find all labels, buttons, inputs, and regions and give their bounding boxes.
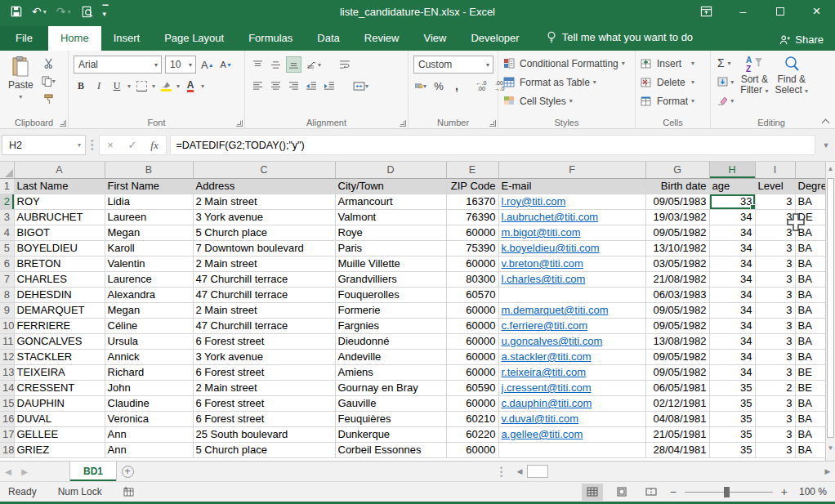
cell[interactable]: u.goncalves@titi.com <box>498 333 645 349</box>
cell[interactable]: BA <box>795 287 825 302</box>
cell[interactable]: BE <box>795 380 825 395</box>
header-cell[interactable]: Last Name <box>14 178 105 194</box>
cell[interactable]: BA <box>795 349 825 364</box>
cell[interactable]: Paris <box>335 240 446 256</box>
cell[interactable]: 3 <box>755 209 795 225</box>
bottom-align-icon[interactable] <box>286 56 301 73</box>
cell[interactable]: 7 Downtown boulevard <box>193 240 335 256</box>
selected-cell[interactable]: 33 <box>709 194 755 209</box>
cell[interactable]: Fouquerolles <box>335 287 446 302</box>
cell[interactable]: m.demarquet@titi.com <box>498 302 645 318</box>
cell[interactable]: Megan <box>105 302 193 318</box>
cell[interactable]: 09/05/1982 <box>645 318 709 333</box>
cell[interactable]: l.charles@titi.com <box>498 271 645 287</box>
select-all-corner[interactable] <box>0 162 14 178</box>
cell[interactable]: 21/05/1981 <box>645 426 709 442</box>
autosum-icon[interactable]: Σ ▾ <box>716 55 735 71</box>
cell[interactable]: 3 <box>755 442 795 457</box>
cell[interactable]: 09/05/1982 <box>645 349 709 364</box>
cell[interactable]: r.teixeira@titi.com <box>498 364 645 380</box>
number-format-combo[interactable]: Custom▾ <box>413 56 493 74</box>
format-as-table-button[interactable]: Format as Table▾ <box>503 74 625 91</box>
cell[interactable]: Megan <box>105 225 193 240</box>
cell[interactable]: 3 <box>755 364 795 380</box>
tab-view[interactable]: View <box>411 26 458 51</box>
cell[interactable]: v.duval@titi.com <box>498 411 645 426</box>
cell[interactable]: Grandvilliers <box>335 271 446 287</box>
align-center-icon[interactable] <box>268 78 283 94</box>
page-break-preview-icon[interactable] <box>641 484 662 501</box>
cell[interactable]: FERRIERE <box>14 318 105 333</box>
cell[interactable]: 60000 <box>446 442 498 457</box>
cell[interactable]: 21/08/1982 <box>645 271 709 287</box>
horizontal-scroll-thumb[interactable] <box>527 465 548 478</box>
row-header-3[interactable]: 3 <box>0 209 14 225</box>
cell[interactable]: 5 Church place <box>193 442 335 457</box>
cell[interactable]: c.dauphin@titi.com <box>498 395 645 411</box>
row-header-4[interactable]: 4 <box>0 225 14 240</box>
print-preview-icon[interactable] <box>77 2 97 20</box>
save-icon[interactable] <box>7 2 26 20</box>
font-dialog-launcher[interactable] <box>236 120 243 127</box>
email-link[interactable]: j.cressent@titi.com <box>502 381 592 394</box>
cell[interactable]: Fargnies <box>335 318 446 333</box>
cell[interactable]: TEIXEIRA <box>14 364 105 380</box>
tab-formulas[interactable]: Formulas <box>236 26 305 51</box>
cell[interactable]: 13/08/1982 <box>645 333 709 349</box>
cell[interactable]: AUBRUCHET <box>14 209 105 225</box>
cell[interactable]: 35 <box>709 411 755 426</box>
cell[interactable]: 3 York avenue <box>193 209 335 225</box>
cell[interactable]: BA <box>795 426 825 442</box>
cell[interactable]: 5 Church place <box>193 225 335 240</box>
cell[interactable]: 3 <box>755 256 795 271</box>
cell[interactable]: BA <box>795 225 825 240</box>
cell[interactable]: 47 Churchill terrace <box>193 287 335 302</box>
macro-record-icon[interactable] <box>123 487 135 497</box>
column-header-F[interactable]: F <box>498 162 645 178</box>
cell[interactable]: 06/03/1983 <box>645 287 709 302</box>
row-header-12[interactable]: 12 <box>0 349 14 364</box>
maximize-button[interactable] <box>761 0 798 23</box>
row-header-14[interactable]: 14 <box>0 380 14 395</box>
column-header-H[interactable]: H <box>709 162 755 178</box>
email-link[interactable]: l.charles@titi.com <box>502 273 586 285</box>
cell[interactable]: 60220 <box>446 426 498 442</box>
cell[interactable]: 09/05/1982 <box>645 225 709 240</box>
cell[interactable]: k.boyeldieu@titi.com <box>498 240 645 256</box>
row-header-1[interactable]: 1 <box>0 178 14 194</box>
collapse-ribbon-icon[interactable] <box>822 118 830 125</box>
borders-icon[interactable] <box>134 78 149 94</box>
cell[interactable]: GONCALVES <box>14 333 105 349</box>
cell[interactable]: BA <box>795 442 825 457</box>
cell[interactable]: BA <box>795 271 825 287</box>
row-header-5[interactable]: 5 <box>0 240 14 256</box>
email-link[interactable]: a.gellee@titi.com <box>502 428 583 440</box>
tab-home[interactable]: Home <box>48 26 101 51</box>
cell[interactable]: BA <box>795 302 825 318</box>
name-box[interactable]: H2▾ <box>2 135 86 155</box>
middle-align-icon[interactable] <box>268 56 283 73</box>
cell[interactable] <box>498 287 645 302</box>
cell[interactable]: 34 <box>709 302 755 318</box>
italic-button[interactable]: I <box>92 78 106 94</box>
cell[interactable]: 2 Main street <box>193 256 335 271</box>
cell[interactable]: 34 <box>709 225 755 240</box>
underline-button[interactable]: U <box>109 78 124 94</box>
cell[interactable]: 28/04/1981 <box>645 442 709 457</box>
cell[interactable]: Amiens <box>335 364 446 380</box>
header-cell[interactable]: First Name <box>105 178 193 194</box>
cell[interactable]: Ann <box>105 426 193 442</box>
copy-icon[interactable]: ▾ <box>40 73 57 89</box>
top-align-icon[interactable] <box>250 56 265 73</box>
cell[interactable]: 60000 <box>446 225 498 240</box>
font-size-combo[interactable]: 10▾ <box>165 56 196 74</box>
horizontal-scrollbar[interactable]: ◀ ▶ <box>513 464 822 479</box>
cell[interactable]: 2 Main street <box>193 194 335 209</box>
formula-bar-splitter[interactable]: ••• <box>89 139 96 151</box>
cell[interactable]: STACKLER <box>14 349 105 364</box>
accounting-format-icon[interactable]: ▾ <box>413 78 428 94</box>
tab-data[interactable]: Data <box>305 26 351 51</box>
cell[interactable]: 60000 <box>446 302 498 318</box>
cell[interactable]: 75390 <box>446 240 498 256</box>
zoom-out-button[interactable]: − <box>670 485 676 498</box>
